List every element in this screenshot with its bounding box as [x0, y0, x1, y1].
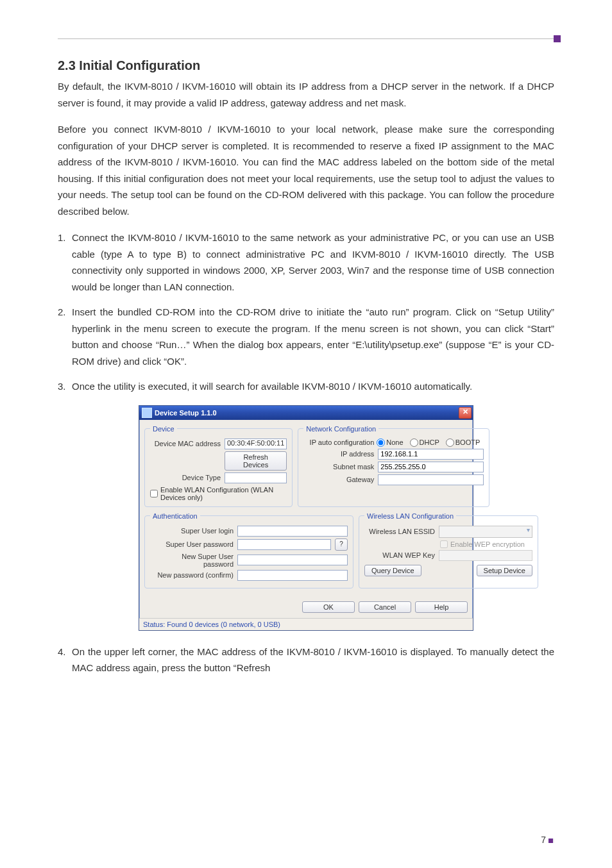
device-setup-window: Device Setup 1.1.0 ✕ Device Device MAC a…: [139, 405, 473, 631]
query-device-button[interactable]: Query Device: [364, 565, 421, 576]
essid-label: Wireless LAN ESSID: [364, 528, 435, 535]
procedure-list-cont: On the upper left corner, the MAC addres…: [58, 644, 554, 676]
password-reveal-button[interactable]: ?: [335, 538, 348, 551]
wep-key-input: [439, 550, 532, 561]
wep-enable-checkbox: [440, 540, 448, 548]
gateway-input[interactable]: [378, 474, 484, 485]
procedure-list: Connect the IKVM-8010 / IKVM-16010 to th…: [58, 230, 554, 395]
dialog-button-row: OK Cancel Help: [139, 599, 473, 618]
step-2: Insert the bundled CD-ROM into the CD-RO…: [58, 304, 554, 369]
wlan-group: Wireless LAN Configuration Wireless LAN …: [359, 512, 538, 588]
header-rule: [58, 38, 554, 39]
wep-enable-label: Enable WEP encryption: [450, 540, 525, 548]
status-bar: Status: Found 0 devices (0 network, 0 US…: [139, 618, 473, 630]
app-icon: [142, 408, 152, 418]
device-group: Device Device MAC address 00:30:4F:50:00…: [144, 425, 293, 507]
confirm-password-input[interactable]: [237, 570, 348, 581]
network-legend: Network Configuration: [303, 425, 378, 433]
radio-none[interactable]: [377, 438, 385, 447]
ip-address-input[interactable]: [378, 449, 484, 460]
refresh-devices-button[interactable]: Refresh Devices: [225, 451, 287, 471]
super-login-input[interactable]: [237, 526, 348, 537]
gateway-label: Gateway: [303, 476, 374, 483]
page-number: 7: [541, 835, 554, 845]
new-password-label: New Super User password: [150, 553, 234, 568]
new-password-input[interactable]: [237, 555, 348, 565]
super-password-input[interactable]: [237, 539, 331, 550]
ok-button[interactable]: OK: [302, 601, 355, 613]
essid-select: [439, 526, 532, 538]
page-marker-icon: [548, 839, 554, 843]
super-login-label: Super User login: [150, 527, 234, 535]
paragraph-1: By default, the IKVM-8010 / IKVM-16010 w…: [58, 78, 554, 111]
wep-key-label: WLAN WEP Key: [364, 551, 435, 559]
titlebar: Device Setup 1.1.0 ✕: [139, 406, 473, 420]
section-heading: 2.3 Initial Configuration: [58, 58, 554, 73]
step-4: On the upper left corner, the MAC addres…: [58, 644, 554, 676]
mac-address-label: Device MAC address: [150, 440, 221, 447]
enable-wlan-checkbox[interactable]: [150, 490, 158, 497]
network-group: Network Configuration IP auto configurat…: [298, 425, 489, 507]
close-icon[interactable]: ✕: [459, 407, 472, 419]
setup-device-button[interactable]: Setup Device: [477, 565, 532, 576]
auth-group: Authentication Super User login Super Us…: [144, 512, 353, 588]
paragraph-2: Before you connect IKVM-8010 / IKVM-1601…: [58, 121, 554, 219]
window-title: Device Setup 1.1.0: [155, 409, 459, 417]
auth-legend: Authentication: [150, 512, 200, 520]
enable-wlan-label: Enable WLAN Configuration (WLAN Devices …: [160, 486, 287, 501]
wlan-legend: Wireless LAN Configuration: [364, 512, 456, 520]
ip-autoconf-label: IP auto configuration: [303, 438, 374, 446]
device-legend: Device: [150, 425, 177, 433]
device-type-label: Device Type: [150, 474, 221, 481]
subnet-mask-input[interactable]: [378, 462, 484, 472]
cancel-button[interactable]: Cancel: [359, 601, 411, 613]
step-3: Once the utility is executed, it will se…: [58, 378, 554, 395]
help-button[interactable]: Help: [415, 601, 468, 613]
radio-dhcp[interactable]: [410, 438, 418, 447]
super-password-label: Super User password: [150, 540, 234, 548]
ip-address-label: IP address: [303, 450, 374, 458]
radio-bootp[interactable]: [446, 438, 454, 447]
step-1: Connect the IKVM-8010 / IKVM-16010 to th…: [58, 230, 554, 295]
confirm-password-label: New password (confirm): [150, 571, 234, 579]
mac-address-value[interactable]: 00:30:4F:50:00:11: [225, 438, 287, 449]
device-type-value: [225, 472, 287, 483]
subnet-mask-label: Subnet mask: [303, 463, 374, 471]
